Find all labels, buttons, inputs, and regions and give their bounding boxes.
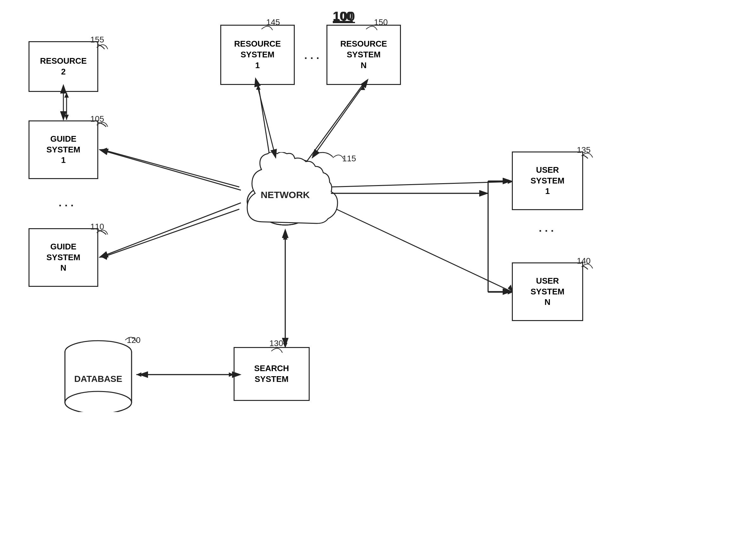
resource-system1-ref: 145 xyxy=(266,17,280,27)
svg-point-53 xyxy=(65,392,132,412)
network-cloud-v2: NETWORK xyxy=(231,152,339,238)
search-system-ref: 130 xyxy=(269,339,283,348)
figure-title: 100 xyxy=(333,9,355,24)
resource2-ref: 155 xyxy=(90,35,104,45)
svg-line-62 xyxy=(257,85,276,158)
resource-systemN-box: RESOURCESYSTEMN xyxy=(326,25,401,85)
ellipsis-guides: . . . xyxy=(59,197,73,209)
database-shape: DATABASE xyxy=(59,336,138,412)
user-systemN-box: USERSYSTEMN xyxy=(512,262,583,321)
guide-system1-box: GUIDESYSTEM1 xyxy=(28,121,98,179)
guide-systemN-ref: 110 xyxy=(90,222,104,232)
guide-system1-ref: 105 xyxy=(90,114,104,124)
database-ref: 120 xyxy=(127,335,140,345)
svg-marker-1 xyxy=(64,115,69,120)
user-system1-box: USERSYSTEM1 xyxy=(512,151,583,210)
svg-marker-6 xyxy=(102,256,108,260)
resource-systemN-ref: 150 xyxy=(374,17,388,27)
guide-systemN-box: GUIDESYSTEMN xyxy=(28,228,98,287)
network-ref: 115 xyxy=(342,154,356,163)
svg-marker-2 xyxy=(64,92,69,97)
ellipsis-resources: . . . xyxy=(304,49,319,62)
resource-system1-box: RESOURCESYSTEM1 xyxy=(220,25,295,85)
svg-line-61 xyxy=(99,203,241,257)
svg-line-60 xyxy=(99,150,241,190)
resource2-box: RESOURCE2 xyxy=(28,41,98,92)
svg-marker-4 xyxy=(102,148,107,152)
user-systemN-ref: 140 xyxy=(577,256,591,266)
svg-line-3 xyxy=(102,150,239,187)
svg-line-19 xyxy=(330,182,513,187)
svg-text:NETWORK: NETWORK xyxy=(261,190,310,200)
search-system-box: SEARCHSYSTEM xyxy=(233,347,310,401)
user-system1-ref: 135 xyxy=(577,145,591,155)
svg-line-63 xyxy=(312,85,363,158)
svg-text:DATABASE: DATABASE xyxy=(74,374,122,384)
svg-line-21 xyxy=(330,206,513,292)
ellipsis-users: . . . xyxy=(539,222,554,234)
svg-marker-9 xyxy=(256,85,261,90)
svg-marker-18 xyxy=(229,372,234,377)
svg-line-5 xyxy=(102,209,239,257)
svg-marker-12 xyxy=(361,85,365,90)
diagram-container: 100 xyxy=(0,0,741,560)
